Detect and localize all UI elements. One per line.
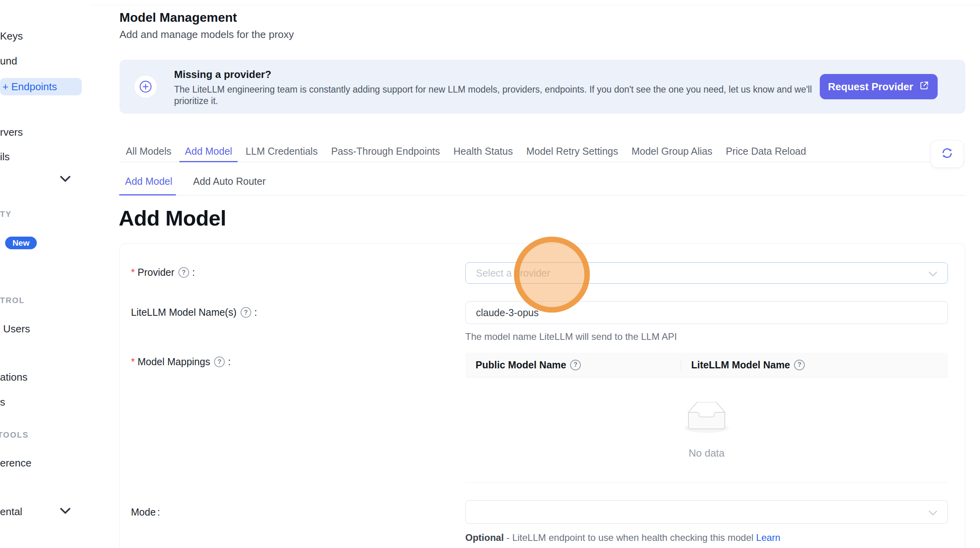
model-mappings-label: * Model Mappings ? : — [131, 356, 231, 368]
column-header-litellm-model-name: LiteLLM Model Name ? — [681, 353, 948, 377]
model-mappings-label-text: Model Mappings — [138, 356, 210, 368]
banner-title: Missing a provider? — [174, 68, 271, 81]
chevron-down-icon — [929, 506, 937, 518]
refresh-icon — [941, 147, 953, 161]
learn-link[interactable]: Learn — [756, 532, 780, 543]
subtab-active-underline — [119, 194, 176, 195]
required-marker: * — [131, 267, 135, 278]
sidebar-section-header: TOOLS — [0, 430, 29, 440]
model-name-label: LiteLLM Model Name(s) ? : — [131, 307, 257, 318]
help-question-icon[interactable]: ? — [794, 360, 805, 370]
provider-placeholder: Select a provider — [476, 267, 550, 279]
mode-help: Optional - LiteLLM endpoint to use when … — [465, 532, 780, 543]
help-question-icon[interactable]: ? — [241, 307, 251, 318]
column-header-public-model-name: Public Model Name ? — [465, 353, 681, 377]
mode-select[interactable] — [465, 500, 948, 524]
model-name-help: The model name LiteLLM will send to the … — [465, 331, 677, 342]
page-title: Model Management — [119, 10, 237, 25]
sidebar-item-servers[interactable]: rvers — [0, 125, 23, 139]
label-colon: : — [192, 267, 195, 278]
chevron-down-icon — [929, 267, 937, 279]
empty-inbox-icon — [681, 402, 732, 436]
add-model-heading: Add Model — [119, 206, 226, 230]
chevron-down-icon[interactable] — [60, 176, 70, 184]
app-root: Keys und + Endpoints rvers ils TY New TR… — [0, 0, 980, 548]
label-colon: : — [254, 307, 257, 318]
help-question-icon[interactable]: ? — [214, 356, 225, 367]
tab-model-retry-settings[interactable]: Model Retry Settings — [525, 141, 619, 162]
tab-health-status[interactable]: Health Status — [453, 141, 514, 162]
sidebar-item-guardrails[interactable]: ils — [0, 150, 10, 163]
model-name-input[interactable]: claude-3-opus — [465, 301, 948, 324]
tab-llm-credentials[interactable]: LLM Credentials — [245, 141, 318, 162]
mode-label-text: Mode — [131, 506, 156, 518]
missing-provider-banner: Missing a provider? The LiteLLM engineer… — [119, 60, 965, 114]
top-divider — [91, 5, 980, 5]
tab-add-model[interactable]: Add Model — [184, 141, 233, 162]
request-provider-label: Request Provider — [828, 81, 913, 93]
mode-label: Mode : — [131, 506, 160, 518]
required-marker: * — [131, 356, 135, 368]
provider-label-text: Provider — [138, 267, 174, 278]
page-subtitle: Add and manage models for the proxy — [119, 28, 294, 41]
sidebar-item-label: + Endpoints — [2, 80, 57, 93]
sidebar-item-organizations[interactable]: ations — [0, 370, 27, 384]
mode-help-bold: Optional — [465, 532, 504, 543]
mode-help-rest: - LiteLLM endpoint to use when health ch… — [504, 532, 756, 543]
model-name-value: claude-3-opus — [476, 307, 538, 319]
banner-body: The LiteLLM engineering team is constant… — [174, 84, 819, 107]
sidebar-item-keys[interactable]: Keys — [0, 29, 23, 43]
tab-price-data-reload[interactable]: Price Data Reload — [725, 141, 807, 162]
help-question-icon[interactable]: ? — [570, 360, 581, 370]
sidebar-item-teams[interactable]: s — [0, 395, 5, 409]
subtabs-divider — [119, 195, 965, 195]
sidebar-item-api-reference[interactable]: erence — [0, 456, 32, 470]
column-header-label: LiteLLM Model Name — [691, 359, 790, 371]
external-link-icon — [919, 80, 929, 93]
label-colon: : — [228, 356, 231, 368]
label-colon: : — [157, 506, 160, 518]
no-data-text: No data — [688, 447, 724, 459]
model-mappings-table: Public Model Name ? LiteLLM Model Name ? — [465, 353, 948, 483]
subtab-add-auto-router[interactable]: Add Auto Router — [193, 176, 265, 187]
tab-model-group-alias[interactable]: Model Group Alias — [631, 141, 713, 162]
tab-pass-through-endpoints[interactable]: Pass-Through Endpoints — [330, 141, 441, 162]
table-header-row: Public Model Name ? LiteLLM Model Name ? — [465, 353, 948, 377]
subtab-add-model[interactable]: Add Model — [125, 176, 172, 187]
new-badge-label: New — [12, 238, 29, 248]
model-name-label-text: LiteLLM Model Name(s) — [131, 307, 237, 318]
tab-all-models[interactable]: All Models — [125, 141, 172, 162]
sidebar-item-models-endpoints[interactable]: + Endpoints — [0, 78, 82, 95]
sidebar-section-header: TROL — [0, 296, 25, 305]
add-model-form-card: * Provider ? : Select a provider LiteLLM… — [119, 243, 965, 548]
help-question-icon[interactable]: ? — [178, 267, 189, 278]
new-badge: New — [5, 237, 37, 249]
request-provider-button[interactable]: Request Provider — [820, 74, 938, 99]
provider-select[interactable]: Select a provider — [465, 262, 948, 284]
model-tabs: All Models Add Model LLM Credentials Pas… — [119, 141, 965, 162]
sidebar-section-header: TY — [0, 210, 12, 219]
sidebar-item-internal-users[interactable]: Users — [3, 322, 30, 336]
table-empty-body: No data — [465, 377, 948, 483]
provider-label: * Provider ? : — [131, 267, 195, 278]
sidebar-item-experimental[interactable]: ental — [0, 505, 22, 518]
refresh-button[interactable] — [931, 140, 964, 168]
chevron-down-icon[interactable] — [60, 508, 70, 516]
column-header-label: Public Model Name — [476, 359, 566, 371]
sidebar-item-playground[interactable]: und — [0, 54, 17, 68]
plus-circle-icon — [135, 76, 157, 98]
